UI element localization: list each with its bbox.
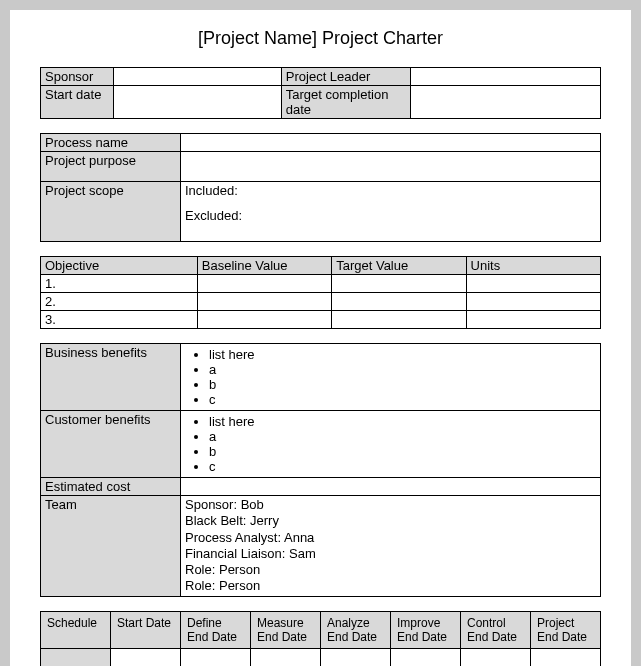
- schedule-cell[interactable]: [181, 648, 251, 666]
- benefits-table: Business benefits list here a b c Custom…: [40, 343, 601, 597]
- schedule-table: Schedule Start Date Define End Date Meas…: [40, 611, 601, 667]
- project-charter-page: [Project Name] Project Charter Sponsor P…: [10, 10, 631, 666]
- objective-units[interactable]: [466, 311, 600, 329]
- process-name-value[interactable]: [181, 134, 601, 152]
- schedule-header: Schedule: [41, 611, 111, 648]
- business-benefits-label: Business benefits: [41, 344, 181, 411]
- list-item: b: [209, 444, 596, 459]
- objective-baseline[interactable]: [197, 275, 331, 293]
- team-line: Financial Liaison: Sam: [185, 546, 596, 562]
- objective-units[interactable]: [466, 293, 600, 311]
- schedule-header: Define End Date: [181, 611, 251, 648]
- leader-label: Project Leader: [281, 68, 410, 86]
- estimated-cost-label: Estimated cost: [41, 478, 181, 496]
- objective-target[interactable]: [332, 293, 466, 311]
- leader-value[interactable]: [410, 68, 600, 86]
- sponsor-label: Sponsor: [41, 68, 114, 86]
- page-title: [Project Name] Project Charter: [40, 28, 601, 49]
- target-header: Target Value: [332, 257, 466, 275]
- customer-benefits-label: Customer benefits: [41, 411, 181, 478]
- list-item: list here: [209, 414, 596, 429]
- objective-row: 2.: [41, 293, 601, 311]
- schedule-header: Measure End Date: [251, 611, 321, 648]
- team-line: Sponsor: Bob: [185, 497, 596, 513]
- objective-target[interactable]: [332, 311, 466, 329]
- list-item: a: [209, 429, 596, 444]
- objective-units[interactable]: [466, 275, 600, 293]
- objectives-table: Objective Baseline Value Target Value Un…: [40, 256, 601, 329]
- estimated-cost-value[interactable]: [181, 478, 601, 496]
- team-value[interactable]: Sponsor: Bob Black Belt: Jerry Process A…: [181, 496, 601, 597]
- start-date-value[interactable]: [113, 86, 281, 119]
- schedule-header: Analyze End Date: [321, 611, 391, 648]
- project-purpose-value[interactable]: [181, 152, 601, 182]
- schedule-header: Control End Date: [461, 611, 531, 648]
- team-label: Team: [41, 496, 181, 597]
- list-item: c: [209, 392, 596, 407]
- schedule-header: Start Date: [111, 611, 181, 648]
- list-item: list here: [209, 347, 596, 362]
- objective-baseline[interactable]: [197, 293, 331, 311]
- schedule-cell[interactable]: [111, 648, 181, 666]
- schedule-cell[interactable]: [531, 648, 601, 666]
- schedule-cell[interactable]: [41, 648, 111, 666]
- header-table: Sponsor Project Leader Start date Target…: [40, 67, 601, 119]
- start-date-label: Start date: [41, 86, 114, 119]
- list-item: b: [209, 377, 596, 392]
- list-item: c: [209, 459, 596, 474]
- schedule-header: Project End Date: [531, 611, 601, 648]
- schedule-cell[interactable]: [461, 648, 531, 666]
- team-line: Role: Person: [185, 578, 596, 594]
- schedule-header: Improve End Date: [391, 611, 461, 648]
- process-name-label: Process name: [41, 134, 181, 152]
- objective-row: 3.: [41, 311, 601, 329]
- scope-included-label: Included:: [185, 183, 596, 198]
- schedule-cell[interactable]: [391, 648, 461, 666]
- units-header: Units: [466, 257, 600, 275]
- schedule-cell[interactable]: [251, 648, 321, 666]
- objective-num[interactable]: 1.: [41, 275, 198, 293]
- schedule-cell[interactable]: [321, 648, 391, 666]
- scope-excluded-label: Excluded:: [185, 208, 596, 223]
- objective-baseline[interactable]: [197, 311, 331, 329]
- team-line: Process Analyst: Anna: [185, 530, 596, 546]
- team-line: Black Belt: Jerry: [185, 513, 596, 529]
- sponsor-value[interactable]: [113, 68, 281, 86]
- business-benefits-value[interactable]: list here a b c: [181, 344, 601, 411]
- baseline-header: Baseline Value: [197, 257, 331, 275]
- objective-target[interactable]: [332, 275, 466, 293]
- objective-row: 1.: [41, 275, 601, 293]
- list-item: a: [209, 362, 596, 377]
- project-scope-label: Project scope: [41, 182, 181, 242]
- objective-header: Objective: [41, 257, 198, 275]
- team-line: Role: Person: [185, 562, 596, 578]
- project-scope-value[interactable]: Included: Excluded:: [181, 182, 601, 242]
- objective-num[interactable]: 3.: [41, 311, 198, 329]
- objective-num[interactable]: 2.: [41, 293, 198, 311]
- project-purpose-label: Project purpose: [41, 152, 181, 182]
- customer-benefits-value[interactable]: list here a b c: [181, 411, 601, 478]
- target-date-value[interactable]: [410, 86, 600, 119]
- process-table: Process name Project purpose Project sco…: [40, 133, 601, 242]
- target-date-label: Target completion date: [281, 86, 410, 119]
